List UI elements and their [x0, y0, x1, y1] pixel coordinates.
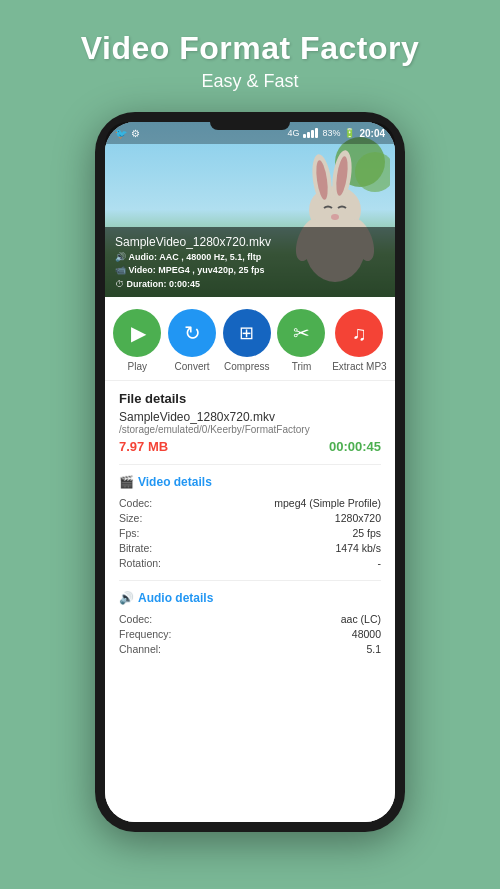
trim-button[interactable]: ✂ Trim — [277, 309, 325, 372]
detail-label: Fps: — [119, 527, 139, 539]
app-title: Video Format Factory — [81, 30, 419, 67]
battery-icon: 🔋 — [344, 128, 355, 138]
settings-icon: ⚙ — [131, 128, 140, 139]
detail-value: 1474 kb/s — [335, 542, 381, 554]
video-camera-icon: 🎬 — [119, 475, 134, 489]
convert-button[interactable]: ↻ Convert — [168, 309, 216, 372]
detail-label: Codec: — [119, 613, 152, 625]
app-subtitle: Easy & Fast — [201, 71, 298, 92]
play-label: Play — [128, 361, 147, 372]
convert-label: Convert — [175, 361, 210, 372]
video-details-title: 🎬 Video details — [119, 475, 381, 489]
compress-button[interactable]: ⊞ Compress — [223, 309, 271, 372]
play-icon-circle: ▶ — [113, 309, 161, 357]
detail-label: Channel: — [119, 643, 161, 655]
video-details-section: 🎬 Video details Codec:mpeg4 (Simple Prof… — [119, 475, 381, 570]
network-indicator: 4G — [287, 128, 299, 138]
extract-mp3-button[interactable]: ♫ Extract MP3 — [332, 309, 386, 372]
battery-indicator: 83% — [322, 128, 340, 138]
play-button[interactable]: ▶ Play — [113, 309, 161, 372]
detail-value: 5.1 — [366, 643, 381, 655]
extract-icon-circle: ♫ — [335, 309, 383, 357]
file-details-section: File details SampleVideo_1280x720.mkv /s… — [119, 391, 381, 454]
phone-notch — [210, 122, 290, 130]
convert-icon-circle: ↻ — [168, 309, 216, 357]
divider-2 — [119, 580, 381, 581]
phone-frame: 🐦 ⚙ 4G 83% 🔋 20:04 — [95, 112, 405, 832]
trim-icon-circle: ✂ — [277, 309, 325, 357]
speaker-icon: 🔊 — [119, 591, 134, 605]
video-audio-info: 🔊 Audio: AAC , 48000 Hz, 5.1, fltp 📹 Vid… — [115, 251, 385, 292]
detail-row: Codec:aac (LC) — [119, 611, 381, 626]
video-detail-rows: Codec:mpeg4 (Simple Profile)Size:1280x72… — [119, 495, 381, 570]
phone-screen: SampleVideo_1280x720.mkv 🔊 Audio: AAC , … — [105, 122, 395, 822]
video-thumbnail: SampleVideo_1280x720.mkv 🔊 Audio: AAC , … — [105, 122, 395, 297]
content-area: File details SampleVideo_1280x720.mkv /s… — [105, 381, 395, 822]
file-details-title: File details — [119, 391, 381, 406]
extract-label: Extract MP3 — [332, 361, 386, 372]
file-size: 7.97 MB — [119, 439, 168, 454]
audio-details-title: 🔊 Audio details — [119, 591, 381, 605]
detail-value: 1280x720 — [335, 512, 381, 524]
detail-row: Frequency:48000 — [119, 626, 381, 641]
twitter-icon: 🐦 — [115, 128, 127, 139]
detail-value: - — [378, 557, 382, 569]
time-display: 20:04 — [359, 128, 385, 139]
file-duration: 00:00:45 — [329, 439, 381, 454]
detail-value: 25 fps — [352, 527, 381, 539]
detail-label: Size: — [119, 512, 142, 524]
file-meta-row: 7.97 MB 00:00:45 — [119, 439, 381, 454]
svg-point-8 — [331, 214, 339, 220]
detail-row: Codec:mpeg4 (Simple Profile) — [119, 495, 381, 510]
detail-row: Fps:25 fps — [119, 525, 381, 540]
audio-details-section: 🔊 Audio details Codec:aac (LC)Frequency:… — [119, 591, 381, 656]
detail-value: 48000 — [352, 628, 381, 640]
detail-label: Codec: — [119, 497, 152, 509]
compress-label: Compress — [224, 361, 270, 372]
compress-icon-circle: ⊞ — [223, 309, 271, 357]
detail-label: Frequency: — [119, 628, 172, 640]
detail-label: Rotation: — [119, 557, 161, 569]
action-buttons-row: ▶ Play ↻ Convert ⊞ Compress ✂ — [105, 297, 395, 381]
detail-label: Bitrate: — [119, 542, 152, 554]
video-info-overlay: SampleVideo_1280x720.mkv 🔊 Audio: AAC , … — [105, 227, 395, 298]
detail-value: mpeg4 (Simple Profile) — [274, 497, 381, 509]
detail-row: Channel:5.1 — [119, 641, 381, 656]
detail-row: Size:1280x720 — [119, 510, 381, 525]
detail-row: Rotation:- — [119, 555, 381, 570]
trim-label: Trim — [292, 361, 312, 372]
file-details-filename: SampleVideo_1280x720.mkv — [119, 410, 381, 424]
file-details-path: /storage/emulated/0/Keerby/FormatFactory — [119, 424, 381, 435]
detail-value: aac (LC) — [341, 613, 381, 625]
signal-bars — [303, 128, 318, 138]
video-filename: SampleVideo_1280x720.mkv — [115, 235, 385, 249]
audio-detail-rows: Codec:aac (LC)Frequency:48000Channel:5.1 — [119, 611, 381, 656]
divider-1 — [119, 464, 381, 465]
detail-row: Bitrate:1474 kb/s — [119, 540, 381, 555]
